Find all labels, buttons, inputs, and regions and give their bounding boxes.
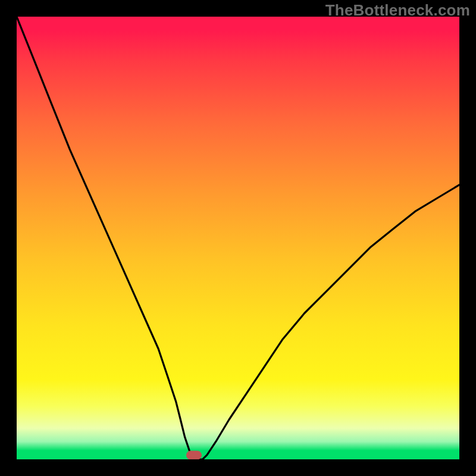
optimal-point-marker	[186, 451, 202, 460]
bottleneck-curve	[17, 17, 459, 459]
plot-area	[17, 17, 459, 459]
watermark-text: TheBottleneck.com	[325, 1, 470, 20]
chart-frame: TheBottleneck.com	[0, 0, 476, 476]
curve-svg	[17, 17, 459, 459]
